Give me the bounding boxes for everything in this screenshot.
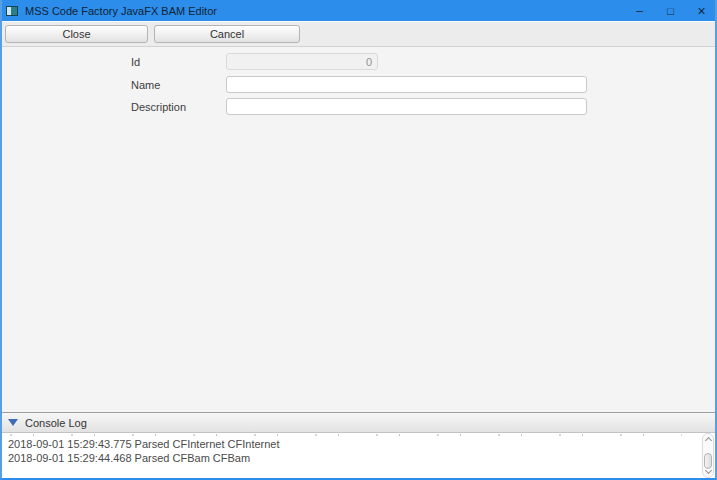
console-scrollbar[interactable]: [702, 433, 714, 478]
console-log-title: Console Log: [25, 417, 87, 429]
id-label: Id: [131, 56, 140, 68]
window-controls: – □ ×: [624, 0, 717, 21]
minimize-icon[interactable]: –: [624, 0, 655, 21]
titlebar[interactable]: MSS Code Factory JavaFX BAM Editor – □ ×: [0, 0, 717, 21]
log-line: 2018-09-01 15:29:43.775 Parsed CFInterne…: [8, 439, 715, 450]
chevron-down-icon: [8, 419, 18, 426]
log-line: 2018-09-01 15:29:44.468 Parsed CFBam CFB…: [8, 453, 715, 464]
name-field[interactable]: [226, 76, 587, 93]
scroll-down-icon[interactable]: [704, 467, 711, 474]
editor-form: Id Name Description: [2, 47, 715, 412]
description-label: Description: [131, 101, 186, 113]
app-window: MSS Code Factory JavaFX BAM Editor – □ ×…: [0, 0, 717, 480]
description-field[interactable]: [226, 98, 587, 115]
app-icon: [6, 6, 18, 16]
console-log-header[interactable]: Console Log: [2, 412, 715, 433]
close-icon[interactable]: ×: [686, 0, 717, 21]
id-field: [226, 53, 378, 70]
console-log-body: 2018-09-01 15:29:43.775 Parsed CFInterne…: [2, 433, 715, 478]
scroll-up-icon[interactable]: [704, 437, 711, 444]
cancel-button[interactable]: Cancel: [154, 25, 300, 43]
window-title: MSS Code Factory JavaFX BAM Editor: [25, 5, 217, 17]
clipped-log-line: [10, 434, 682, 436]
name-label: Name: [131, 79, 160, 91]
toolbar: Close Cancel: [2, 21, 715, 47]
close-button[interactable]: Close: [5, 25, 148, 43]
maximize-icon[interactable]: □: [655, 0, 686, 21]
